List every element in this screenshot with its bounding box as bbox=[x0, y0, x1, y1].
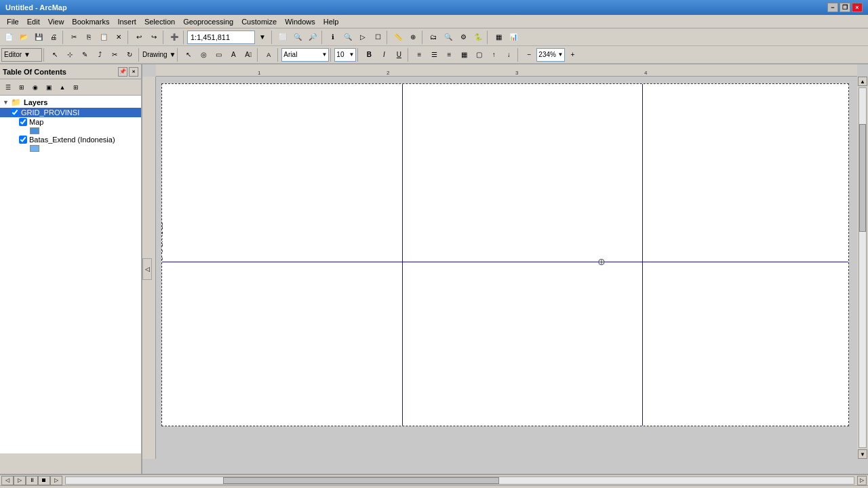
draw-text-tool[interactable]: A bbox=[226, 47, 241, 62]
zoom-out-button[interactable]: 🔎 bbox=[305, 30, 320, 45]
zoom-pct-plus[interactable]: + bbox=[565, 47, 580, 62]
toc-visibility-view-btn[interactable]: ◉ bbox=[28, 81, 42, 94]
toc-pin-button[interactable]: 📌 bbox=[118, 67, 127, 77]
scale-dropdown[interactable]: ▼ bbox=[255, 30, 270, 45]
catalog-button[interactable]: 🗂 bbox=[426, 30, 441, 45]
bold-button[interactable]: B bbox=[361, 47, 376, 62]
ungroup-button[interactable]: ▢ bbox=[471, 47, 486, 62]
toc-panel-collapse-btn[interactable]: ◁ bbox=[142, 258, 152, 280]
stop-btn[interactable]: ⏹ bbox=[38, 476, 50, 485]
draw-circle-tool[interactable]: ◎ bbox=[196, 47, 211, 62]
font-size-select[interactable]: 10 ▼ bbox=[334, 48, 356, 62]
redo-button[interactable]: ↪ bbox=[146, 30, 161, 45]
align-center-button[interactable]: ☰ bbox=[427, 47, 441, 62]
zoom-pct-minus[interactable]: − bbox=[521, 47, 536, 62]
hscroll-thumb[interactable] bbox=[223, 477, 499, 484]
measure-button[interactable]: 📏 bbox=[391, 30, 406, 45]
menu-view[interactable]: View bbox=[44, 16, 68, 27]
go-to-xy-button[interactable]: ⊕ bbox=[406, 30, 420, 45]
font-color-button[interactable]: A bbox=[261, 47, 276, 62]
paste-button[interactable]: 📋 bbox=[96, 30, 111, 45]
clear-select-button[interactable]: ☐ bbox=[370, 30, 385, 45]
align-right-button[interactable]: ≡ bbox=[441, 47, 456, 62]
italic-button[interactable]: I bbox=[376, 47, 391, 62]
toc-close-button[interactable]: × bbox=[129, 67, 138, 77]
editor-dropdown[interactable]: Editor ▼ bbox=[1, 48, 42, 62]
hscroll-right-btn[interactable]: ▷ bbox=[50, 476, 62, 485]
identify-button[interactable]: ℹ bbox=[326, 30, 340, 45]
zoom-in-button[interactable]: 🔍 bbox=[290, 30, 305, 45]
group-button[interactable]: ▦ bbox=[456, 47, 471, 62]
edit-vertices-tool[interactable]: ⊹ bbox=[62, 47, 77, 62]
select-button[interactable]: ▷ bbox=[355, 30, 370, 45]
copy-button[interactable]: ⎘ bbox=[81, 30, 96, 45]
menu-help[interactable]: Help bbox=[319, 16, 343, 27]
hscroll-left-btn[interactable]: ◁ bbox=[1, 476, 14, 485]
toc-source-view-btn[interactable]: ⊞ bbox=[15, 81, 28, 94]
cut-button[interactable]: ✂ bbox=[66, 30, 81, 45]
align-left-button[interactable]: ≡ bbox=[412, 47, 427, 62]
split-tool[interactable]: ✂ bbox=[107, 47, 122, 62]
edit-tool[interactable]: ↖ bbox=[47, 47, 62, 62]
results-button[interactable]: 📊 bbox=[506, 30, 521, 45]
delete-button[interactable]: ✕ bbox=[111, 30, 126, 45]
toc-expand-all-btn[interactable]: ⊞ bbox=[69, 81, 83, 94]
find-button[interactable]: 🔍 bbox=[340, 30, 355, 45]
restore-button[interactable]: ❐ bbox=[840, 3, 850, 12]
menu-selection[interactable]: Selection bbox=[140, 16, 179, 27]
zoom-level-select[interactable]: 234% ▼ bbox=[536, 48, 565, 62]
map-area[interactable]: 1 2 3 4 8° 0' 27.41 LS 106° 30' 38 BT bbox=[142, 64, 868, 474]
arc-toolbox-button[interactable]: ⚙ bbox=[456, 30, 471, 45]
menu-windows[interactable]: Windows bbox=[281, 16, 319, 27]
layer-grid-provinsi-checkbox[interactable] bbox=[11, 108, 19, 117]
layers-group-header[interactable]: ▼ 📁 Layers bbox=[0, 97, 141, 108]
reshape-tool[interactable]: ⤴ bbox=[92, 47, 107, 62]
menu-insert[interactable]: Insert bbox=[113, 16, 140, 27]
add-data-button[interactable]: ➕ bbox=[167, 30, 182, 45]
callout-tool[interactable]: A⃝ bbox=[241, 47, 256, 62]
layers-expand-icon[interactable]: ▼ bbox=[3, 99, 11, 106]
draw-rectangle-tool[interactable]: ▭ bbox=[211, 47, 226, 62]
send-back-button[interactable]: ↓ bbox=[501, 47, 516, 62]
toc-selection-view-btn[interactable]: ▣ bbox=[42, 81, 56, 94]
play-btn[interactable]: ▷ bbox=[14, 476, 26, 485]
open-button[interactable]: 📂 bbox=[16, 30, 31, 45]
font-family-select[interactable]: Arial ▼ bbox=[281, 48, 329, 62]
layer-map-checkbox[interactable] bbox=[19, 118, 27, 126]
underline-button[interactable]: U bbox=[391, 47, 406, 62]
menu-customize[interactable]: Customize bbox=[237, 16, 281, 27]
toc-layer-batas-extend[interactable]: Batas_Extend (Indonesia) bbox=[0, 135, 141, 144]
scale-input[interactable]: 1:1,451,811 bbox=[187, 30, 255, 44]
save-button[interactable]: 💾 bbox=[31, 30, 46, 45]
full-extent-button[interactable]: ⬜ bbox=[275, 30, 290, 45]
vscroll-up-btn[interactable]: ▲ bbox=[858, 77, 867, 86]
pause-btn[interactable]: ⏸ bbox=[26, 476, 38, 485]
sep-e3 bbox=[177, 48, 180, 62]
close-button[interactable]: × bbox=[852, 3, 863, 12]
rotate-tool[interactable]: ↻ bbox=[122, 47, 137, 62]
toc-layer-grid-provinsi[interactable]: GRID_PROVINSI bbox=[0, 108, 141, 117]
vscroll-thumb[interactable] bbox=[859, 124, 866, 232]
new-button[interactable]: 📄 bbox=[1, 30, 16, 45]
layer-batas-extend-checkbox[interactable] bbox=[19, 136, 27, 144]
toc-list-view-btn[interactable]: ☰ bbox=[1, 81, 15, 94]
menu-edit[interactable]: Edit bbox=[23, 16, 44, 27]
toc-move-up-btn[interactable]: ▲ bbox=[56, 81, 69, 94]
sketch-tool[interactable]: ✎ bbox=[77, 47, 92, 62]
search-button[interactable]: 🔍 bbox=[441, 30, 456, 45]
menu-bookmarks[interactable]: Bookmarks bbox=[68, 16, 113, 27]
print-button[interactable]: 🖨 bbox=[46, 30, 61, 45]
vscroll-down-btn[interactable]: ▼ bbox=[858, 449, 867, 459]
vscrollbar[interactable]: ▲ ▼ bbox=[857, 77, 868, 459]
minimize-button[interactable]: − bbox=[827, 3, 838, 12]
python-button[interactable]: 🐍 bbox=[471, 30, 486, 45]
menu-geoprocessing[interactable]: Geoprocessing bbox=[179, 16, 237, 27]
draw-select-tool[interactable]: ↖ bbox=[181, 47, 196, 62]
drawing-dropdown[interactable]: Drawing ▼ bbox=[142, 51, 176, 58]
bring-front-button[interactable]: ↑ bbox=[486, 47, 501, 62]
hscroll-end-btn[interactable]: ▷ bbox=[857, 476, 867, 485]
undo-button[interactable]: ↩ bbox=[132, 30, 146, 45]
modelbuilder-button[interactable]: ▦ bbox=[491, 30, 506, 45]
menu-file[interactable]: File bbox=[3, 16, 23, 27]
toc-layer-map[interactable]: Map bbox=[0, 117, 141, 127]
